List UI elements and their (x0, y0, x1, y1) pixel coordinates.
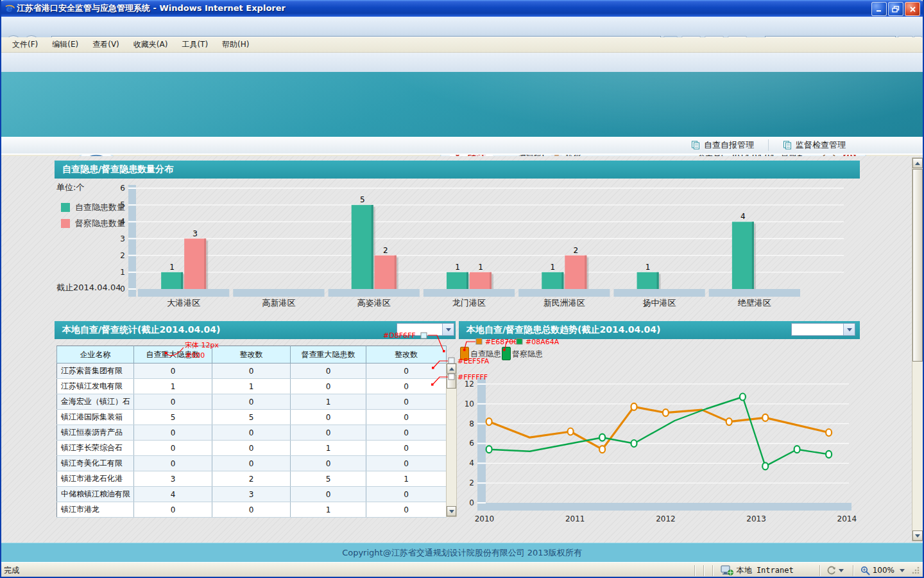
subnav-item-label: 监督检查管理 (796, 139, 846, 151)
table-scrollbar-thumb[interactable] (447, 374, 456, 389)
table-cell: 0 (366, 502, 447, 518)
table-column-header: 企业名称 (57, 346, 134, 363)
table-row[interactable]: 镇江港国际集装箱5500 (57, 410, 447, 425)
table-row[interactable]: 镇江恒泰沥青产品0000 (57, 425, 447, 441)
trend-filter-dropdown[interactable] (791, 323, 855, 336)
svg-text:4: 4 (469, 459, 474, 468)
table-header-row: 企业名称自查重大隐患数整改数督查重大隐患数整改数 (57, 346, 447, 363)
page-scrollbar[interactable] (912, 157, 923, 541)
svg-text:8: 8 (469, 419, 474, 428)
table-scroll-up-button[interactable] (447, 363, 456, 374)
svg-text:1: 1 (478, 263, 483, 272)
table-row[interactable]: 江苏索普集团有限0000 (57, 363, 447, 379)
bar-panel-title: 自查隐患/督查隐患数量分布 (62, 164, 173, 175)
subnav-item-self-report-management[interactable]: 自查自报管理 (677, 139, 768, 151)
table-column-header: 督查重大隐患数 (291, 346, 366, 363)
table-cell: 0 (212, 363, 291, 379)
table-cell: 镇江奇美化工有限 (57, 456, 134, 471)
resize-grip[interactable] (911, 566, 920, 575)
page-footer: Copyright@江苏省交通规划设计院股份有限公司 2013版权所有 (0, 543, 924, 563)
table-cell: 5 (212, 410, 291, 425)
subnav-item-supervision-inspection-management[interactable]: 监督检查管理 (768, 139, 860, 151)
minimize-button[interactable] (871, 2, 887, 16)
svg-text:1: 1 (120, 268, 125, 277)
table-row[interactable]: 镇江市港龙0010 (57, 502, 447, 518)
table-row[interactable]: 镇江市港龙石化港3251 (57, 471, 447, 487)
svg-text:2: 2 (573, 246, 578, 255)
table-cell: 镇江恒泰沥青产品 (57, 425, 134, 441)
table-cell: 0 (212, 394, 291, 410)
site-header: 江苏港口 江苏省港口安全监管与应急管理系统 镇江 欢迎您! 陈俊 今天是: 20… (0, 72, 924, 137)
menu-item[interactable]: 收藏夹(A) (126, 37, 175, 52)
table-cell: 0 (291, 456, 366, 471)
menu-item[interactable]: 查看(V) (85, 37, 126, 52)
page-scroll-down-button[interactable] (912, 530, 923, 541)
table-cell: 3 (134, 471, 212, 487)
svg-text:高新港区: 高新港区 (262, 298, 295, 308)
menu-bar: 文件(F)编辑(E)查看(V)收藏夹(A)工具(T)帮助(H) (0, 37, 924, 53)
svg-text:3: 3 (193, 229, 198, 238)
zoom-level[interactable]: 100% (873, 566, 894, 575)
bar-panel-header: 自查隐患/督查隐患数量分布 (55, 161, 860, 179)
table-row[interactable]: 中储粮镇江粮油有限4300 (57, 487, 447, 502)
svg-text:0: 0 (469, 498, 474, 507)
table-cell: 0 (366, 425, 447, 441)
statistics-table: 企业名称自查重大隐患数整改数督查重大隐患数整改数江苏索普集团有限0000江苏镇江… (56, 346, 447, 518)
table-scroll-down-button[interactable] (447, 506, 456, 516)
zoom-caret[interactable] (900, 569, 905, 572)
tab-row: 收藏夹 e 江苏省港口安全监管与应急管理系统 页面(P)安全(S)工具(O)?» (0, 53, 924, 73)
table-cell: 5 (134, 410, 212, 425)
table-cell: 0 (134, 502, 212, 518)
protected-mode-icon[interactable] (826, 565, 837, 575)
svg-text:12: 12 (465, 380, 474, 389)
svg-text:2012: 2012 (656, 514, 676, 523)
table-cell: 镇江市港龙 (57, 502, 134, 518)
subnav-doc-icon (783, 141, 792, 150)
table-cell: 1 (291, 394, 366, 410)
table-cell: 1 (212, 379, 291, 394)
close-button[interactable] (905, 2, 920, 16)
table-scrollbar[interactable] (446, 363, 457, 517)
menu-item[interactable]: 编辑(E) (45, 37, 85, 52)
table-column-header: 自查重大隐患数 (134, 346, 212, 363)
table-cell: 2 (212, 471, 291, 487)
menu-item[interactable]: 帮助(H) (215, 37, 256, 52)
page-scroll-up-button[interactable] (912, 158, 923, 168)
subnav-item-label: 自查自报管理 (704, 139, 754, 151)
table-cell: 镇江李长荣综合石 (57, 441, 134, 456)
table-cell: 0 (134, 441, 212, 456)
page-scrollbar-thumb[interactable] (912, 169, 923, 362)
restore-button[interactable] (888, 2, 903, 16)
svg-text:新民洲港区: 新民洲港区 (543, 298, 585, 308)
table-cell: 0 (366, 410, 447, 425)
svg-text:6: 6 (469, 439, 474, 448)
table-row[interactable]: 金海宏业（镇江）石0010 (57, 394, 447, 410)
svg-text:1: 1 (550, 263, 555, 272)
status-bar: 完成 本地 Intranet 100% (0, 562, 924, 578)
table-cell: 0 (212, 441, 291, 456)
menu-item[interactable]: 工具(T) (175, 37, 215, 52)
table-cell: 0 (366, 363, 447, 379)
table-row[interactable]: 镇江奇美化工有限0000 (57, 456, 447, 471)
menu-item[interactable]: 文件(F) (5, 37, 45, 52)
table-cell: 1 (291, 441, 366, 456)
statistics-filter-dropdown[interactable] (397, 323, 454, 336)
table-cell: 中储粮镇江粮油有限 (57, 487, 134, 502)
svg-text:4: 4 (740, 212, 746, 221)
protected-mode-caret[interactable] (839, 569, 844, 572)
table-cell: 0 (366, 487, 447, 502)
ie-app-icon: e (4, 3, 15, 14)
svg-text:5: 5 (360, 195, 365, 204)
address-bar-row: e http://localhost:8080/yjpt/Main.html g (0, 17, 924, 38)
stats-panel-header: 本地自查/督查统计(截止2014.04.04) (55, 321, 456, 339)
table-row[interactable]: 江苏镇江发电有限1100 (57, 379, 447, 394)
svg-text:e: e (6, 3, 13, 14)
svg-text:0: 0 (120, 285, 125, 293)
table-row[interactable]: 镇江李长荣综合石0010 (57, 441, 447, 456)
svg-text:4: 4 (120, 217, 125, 226)
svg-text:高姿港区: 高姿港区 (357, 298, 391, 308)
svg-text:2: 2 (120, 251, 125, 260)
table-column-header: 整改数 (366, 346, 447, 363)
table-cell: 4 (134, 487, 212, 502)
svg-text:1: 1 (169, 263, 175, 272)
